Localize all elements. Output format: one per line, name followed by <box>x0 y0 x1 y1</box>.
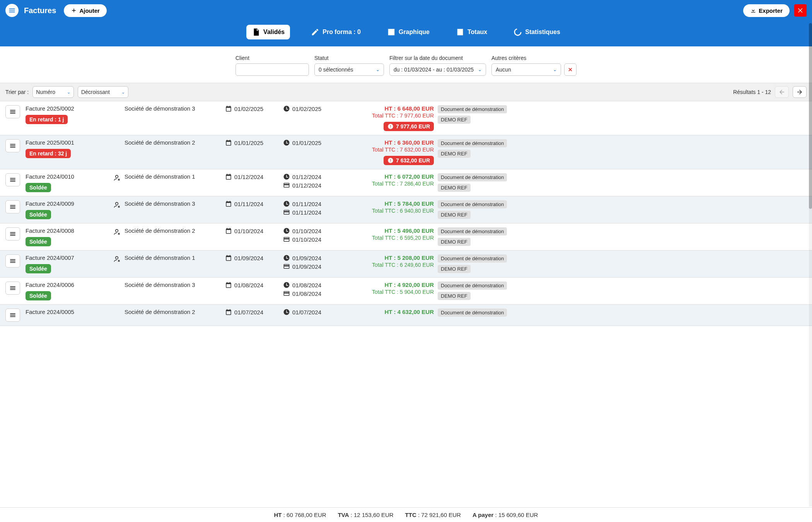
row-menu-button[interactable] <box>5 139 20 152</box>
add-button[interactable]: Ajouter <box>64 4 107 17</box>
status-badge: Soldée <box>26 264 51 273</box>
amount-alert-badge: 7 977,60 EUR <box>384 122 434 131</box>
row-menu-button[interactable] <box>5 281 20 295</box>
client-name: Société de démonstration 2 <box>125 227 225 234</box>
sort-field-value: Numéro <box>36 89 55 95</box>
invoice-name: Facture 2025/0002 <box>26 105 125 112</box>
filter-autres-select[interactable]: Aucun ⌄ <box>491 63 561 76</box>
arrow-left-icon <box>778 89 785 96</box>
sort-direction-select[interactable]: Décroissant ⌄ <box>78 86 128 98</box>
scrollbar[interactable] <box>809 23 812 345</box>
due-date: 01/12/2024 <box>283 173 341 180</box>
filter-client-input[interactable] <box>235 63 309 76</box>
filter-autres-label: Autres critères <box>491 55 577 61</box>
tab-valides[interactable]: Validés <box>246 25 290 39</box>
document-tag: Document de démonstration <box>438 227 507 235</box>
row-menu-button[interactable] <box>5 309 20 322</box>
row-menu-button[interactable] <box>5 173 20 186</box>
amount-ht: HT : 6 648,00 EUR <box>341 105 434 112</box>
amount-ttc: Total TTC : 6 249,60 EUR <box>341 262 434 268</box>
scrollbar-thumb[interactable] <box>809 23 812 209</box>
row-menu-button[interactable] <box>5 105 20 118</box>
prev-page-button[interactable] <box>775 86 789 98</box>
plus-icon <box>71 7 77 14</box>
row-menu-button[interactable] <box>5 254 20 268</box>
client-name: Société de démonstration 1 <box>125 173 225 180</box>
tab-graphique-label: Graphique <box>399 29 430 36</box>
clock-icon <box>283 139 290 146</box>
document-tag: Document de démonstration <box>438 139 507 147</box>
hamburger-icon <box>9 312 16 319</box>
table-row: Facture 2025/0002 En retard : 1 j Sociét… <box>0 101 812 135</box>
sort-field-select[interactable]: Numéro ⌄ <box>32 86 74 98</box>
alert-icon <box>387 123 394 130</box>
reference-tag: DEMO REF <box>438 184 471 192</box>
reference-tag: DEMO REF <box>438 238 471 246</box>
status-badge: Soldée <box>26 237 51 246</box>
status-badge: Soldée <box>26 291 51 300</box>
table-row: Facture 2024/0005 Société de démonstrati… <box>0 305 812 326</box>
add-button-label: Ajouter <box>79 7 100 14</box>
chevron-down-icon: ⌄ <box>376 67 380 72</box>
invoice-name: Facture 2024/0005 <box>26 309 125 315</box>
main-menu-button[interactable] <box>5 4 19 17</box>
amount-ttc: Total TTC : 7 632,00 EUR <box>341 147 434 153</box>
document-date: 01/08/2024 <box>225 281 263 288</box>
tab-graphique[interactable]: Graphique <box>382 25 435 39</box>
due-date: 01/07/2024 <box>283 309 341 316</box>
results-text: Résultats 1 - 12 <box>733 89 771 95</box>
filter-date-select[interactable]: du : 01/03/2024 - au : 01/03/2025 ⌄ <box>389 63 486 76</box>
signature-indicator <box>113 255 121 264</box>
client-name: Société de démonstration 3 <box>125 200 225 207</box>
clear-filter-button[interactable]: ✕ <box>564 63 577 76</box>
tab-totaux[interactable]: Totaux <box>450 25 493 39</box>
clock-icon <box>283 200 290 207</box>
due-date: 01/09/2024 <box>283 254 341 261</box>
document-tag: Document de démonstration <box>438 281 507 290</box>
alert-icon <box>387 157 394 164</box>
next-page-button[interactable] <box>793 86 807 98</box>
status-badge: Soldée <box>26 210 51 219</box>
amount-ttc: Total TTC : 6 595,20 EUR <box>341 235 434 241</box>
chevron-down-icon: ⌄ <box>67 90 70 95</box>
amount-ht: HT : 4 632,00 EUR <box>341 309 434 315</box>
amount-ht: HT : 6 072,00 EUR <box>341 173 434 180</box>
close-button[interactable] <box>794 4 807 17</box>
sort-direction-value: Décroissant <box>81 89 110 95</box>
client-name: Société de démonstration 3 <box>125 105 225 112</box>
document-date: 01/01/2025 <box>225 139 263 146</box>
filter-statut-select[interactable]: 0 sélectionnés ⌄ <box>314 63 384 76</box>
table-row: Facture 2024/0010 Soldée Société de démo… <box>0 169 812 196</box>
due-date: 01/02/2025 <box>283 105 341 112</box>
amount-ht: HT : 5 784,00 EUR <box>341 200 434 207</box>
invoice-name: Facture 2024/0009 <box>26 200 125 207</box>
chevron-down-icon: ⌄ <box>121 90 125 95</box>
tab-proforma[interactable]: Pro forma : 0 <box>305 25 366 39</box>
client-name: Société de démonstration 3 <box>125 281 225 288</box>
invoice-name: Facture 2024/0008 <box>26 227 125 234</box>
payment-date: 01/09/2024 <box>283 263 341 270</box>
row-menu-button[interactable] <box>5 227 20 241</box>
reference-tag: DEMO REF <box>438 211 471 219</box>
document-icon <box>252 28 260 36</box>
arrow-right-icon <box>796 89 803 96</box>
reference-tag: DEMO REF <box>438 150 471 158</box>
export-button[interactable]: Exporter <box>743 4 790 17</box>
payment-date: 01/10/2024 <box>283 236 341 243</box>
row-menu-button[interactable] <box>5 200 20 213</box>
payment-date: 01/08/2024 <box>283 290 341 297</box>
clock-icon <box>283 254 290 261</box>
tab-stats[interactable]: Statistiques <box>508 25 566 39</box>
calendar-icon <box>225 139 232 146</box>
document-tag: Document de démonstration <box>438 309 507 317</box>
tab-valides-label: Validés <box>263 29 285 36</box>
signature-indicator <box>113 228 121 237</box>
download-icon <box>750 7 756 14</box>
credit-card-icon <box>283 182 290 189</box>
hamburger-icon <box>9 203 16 210</box>
svg-point-0 <box>515 29 521 36</box>
sort-label: Trier par : <box>5 89 29 95</box>
tab-proforma-label: Pro forma : 0 <box>322 29 361 36</box>
status-badge: En retard : 1 j <box>26 115 68 124</box>
filter-statut-value: 0 sélectionnés <box>319 67 353 73</box>
